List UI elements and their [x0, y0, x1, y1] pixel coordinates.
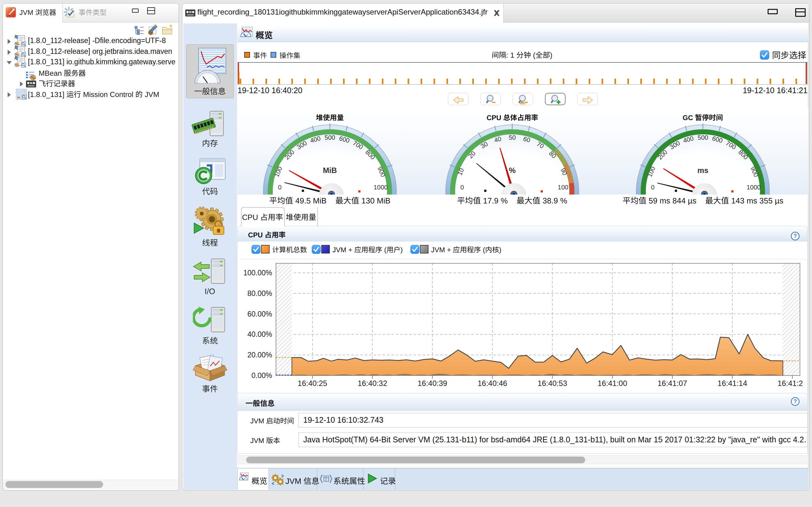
- svg-text:100.00%: 100.00%: [243, 269, 272, 277]
- svg-text:MiB: MiB: [323, 166, 337, 175]
- svg-text:16:41:00: 16:41:00: [598, 379, 627, 388]
- svg-text:0: 0: [651, 184, 654, 191]
- svg-text:16:41:07: 16:41:07: [658, 379, 687, 388]
- svg-text:40.00%: 40.00%: [247, 330, 272, 338]
- svg-text:50: 50: [509, 134, 516, 141]
- svg-text:100: 100: [558, 184, 568, 191]
- svg-text:?: ?: [794, 233, 797, 239]
- svg-text:500: 500: [324, 134, 335, 141]
- svg-text:1000: 1000: [747, 184, 761, 191]
- svg-text:20.00%: 20.00%: [247, 351, 272, 359]
- svg-text:0: 0: [278, 184, 281, 191]
- svg-text:60.00%: 60.00%: [247, 310, 272, 318]
- svg-text:?: ?: [794, 398, 797, 405]
- svg-text:16:41:14: 16:41:14: [717, 379, 747, 388]
- svg-text:16:40:39: 16:40:39: [417, 379, 447, 388]
- svg-text:0.00%: 0.00%: [252, 372, 272, 380]
- svg-text:ms: ms: [698, 166, 709, 175]
- svg-text:16:40:25: 16:40:25: [298, 379, 327, 388]
- svg-text:0: 0: [460, 184, 464, 191]
- svg-text:500: 500: [698, 134, 708, 141]
- svg-text:16:41:21: 16:41:21: [777, 379, 803, 388]
- svg-text:80.00%: 80.00%: [247, 289, 272, 297]
- svg-text:%: %: [509, 166, 515, 175]
- svg-text:16:40:53: 16:40:53: [538, 379, 567, 388]
- svg-text:1000: 1000: [374, 184, 388, 191]
- svg-text:16:40:32: 16:40:32: [357, 379, 387, 388]
- svg-text:16:40:46: 16:40:46: [478, 379, 507, 388]
